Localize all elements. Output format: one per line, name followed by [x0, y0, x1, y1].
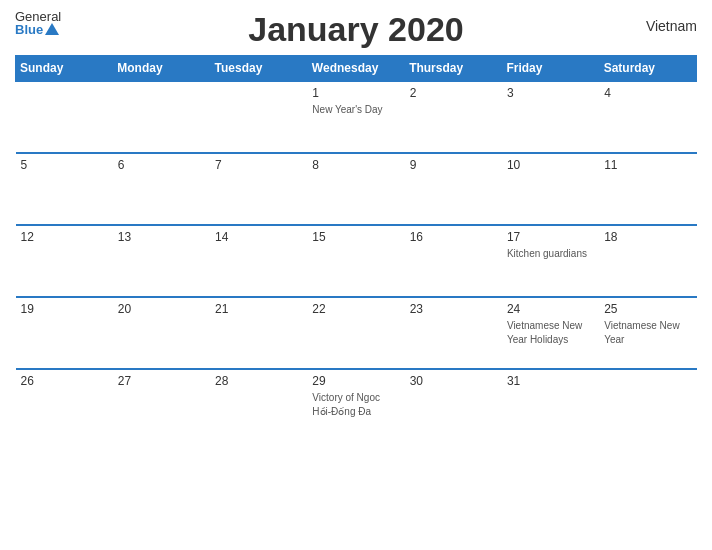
calendar-cell: 30 [405, 369, 502, 441]
calendar-cell [16, 81, 113, 153]
calendar-cell: 15 [307, 225, 404, 297]
day-number: 17 [507, 230, 594, 244]
day-number: 20 [118, 302, 205, 316]
day-number: 4 [604, 86, 691, 100]
calendar-week-row: 192021222324Vietnamese New Year Holidays… [16, 297, 697, 369]
calendar-cell: 4 [599, 81, 696, 153]
calendar-week-row: 567891011 [16, 153, 697, 225]
calendar-table: SundayMondayTuesdayWednesdayThursdayFrid… [15, 55, 697, 441]
logo: General Blue [15, 10, 61, 36]
day-event: Kitchen guardians [507, 248, 587, 259]
calendar-week-row: 121314151617Kitchen guardians18 [16, 225, 697, 297]
day-number: 31 [507, 374, 594, 388]
day-number: 27 [118, 374, 205, 388]
calendar-cell: 20 [113, 297, 210, 369]
calendar-cell: 24Vietnamese New Year Holidays [502, 297, 599, 369]
day-event: Vietnamese New Year Holidays [507, 320, 582, 345]
day-event: Vietnamese New Year [604, 320, 679, 345]
day-event: Victory of Ngoc Hồi-Đống Đa [312, 392, 380, 417]
day-number: 23 [410, 302, 497, 316]
page: General Blue January 2020 Vietnam Sunday… [0, 0, 712, 550]
calendar-header-wednesday: Wednesday [307, 56, 404, 82]
calendar-cell: 22 [307, 297, 404, 369]
day-number: 16 [410, 230, 497, 244]
calendar-cell [113, 81, 210, 153]
day-number: 28 [215, 374, 302, 388]
calendar-cell: 31 [502, 369, 599, 441]
calendar-week-row: 26272829Victory of Ngoc Hồi-Đống Đa3031 [16, 369, 697, 441]
day-number: 9 [410, 158, 497, 172]
calendar-header-monday: Monday [113, 56, 210, 82]
day-number: 22 [312, 302, 399, 316]
calendar-cell: 5 [16, 153, 113, 225]
calendar-header-friday: Friday [502, 56, 599, 82]
day-number: 30 [410, 374, 497, 388]
calendar-cell: 13 [113, 225, 210, 297]
day-number: 6 [118, 158, 205, 172]
calendar-cell: 6 [113, 153, 210, 225]
day-number: 8 [312, 158, 399, 172]
calendar-cell: 10 [502, 153, 599, 225]
day-number: 1 [312, 86, 399, 100]
day-number: 26 [21, 374, 108, 388]
calendar-cell: 3 [502, 81, 599, 153]
day-number: 13 [118, 230, 205, 244]
calendar-cell: 17Kitchen guardians [502, 225, 599, 297]
logo-triangle-icon [45, 23, 59, 35]
calendar-title: January 2020 [248, 10, 464, 49]
day-number: 3 [507, 86, 594, 100]
calendar-header-saturday: Saturday [599, 56, 696, 82]
calendar-cell: 11 [599, 153, 696, 225]
calendar-cell: 29Victory of Ngoc Hồi-Đống Đa [307, 369, 404, 441]
calendar-cell: 21 [210, 297, 307, 369]
calendar-cell: 28 [210, 369, 307, 441]
calendar-cell: 8 [307, 153, 404, 225]
day-number: 29 [312, 374, 399, 388]
calendar-header-tuesday: Tuesday [210, 56, 307, 82]
calendar-cell: 7 [210, 153, 307, 225]
calendar-cell: 1New Year's Day [307, 81, 404, 153]
calendar-cell: 18 [599, 225, 696, 297]
logo-blue-text: Blue [15, 23, 43, 36]
calendar-cell: 12 [16, 225, 113, 297]
calendar-cell: 27 [113, 369, 210, 441]
calendar-header-sunday: Sunday [16, 56, 113, 82]
calendar-cell: 26 [16, 369, 113, 441]
calendar-cell: 19 [16, 297, 113, 369]
calendar-cell: 9 [405, 153, 502, 225]
calendar-week-row: 1New Year's Day234 [16, 81, 697, 153]
calendar-cell: 2 [405, 81, 502, 153]
day-number: 2 [410, 86, 497, 100]
day-number: 7 [215, 158, 302, 172]
calendar-cell: 14 [210, 225, 307, 297]
day-number: 11 [604, 158, 691, 172]
calendar-header-row: SundayMondayTuesdayWednesdayThursdayFrid… [16, 56, 697, 82]
day-number: 10 [507, 158, 594, 172]
day-number: 18 [604, 230, 691, 244]
calendar-cell [210, 81, 307, 153]
day-event: New Year's Day [312, 104, 382, 115]
header: General Blue January 2020 Vietnam [15, 10, 697, 49]
day-number: 5 [21, 158, 108, 172]
calendar-cell: 23 [405, 297, 502, 369]
calendar-cell: 25Vietnamese New Year [599, 297, 696, 369]
calendar-header-thursday: Thursday [405, 56, 502, 82]
day-number: 24 [507, 302, 594, 316]
calendar-cell [599, 369, 696, 441]
day-number: 19 [21, 302, 108, 316]
country-label: Vietnam [646, 18, 697, 34]
day-number: 21 [215, 302, 302, 316]
day-number: 25 [604, 302, 691, 316]
day-number: 14 [215, 230, 302, 244]
day-number: 12 [21, 230, 108, 244]
day-number: 15 [312, 230, 399, 244]
calendar-cell: 16 [405, 225, 502, 297]
